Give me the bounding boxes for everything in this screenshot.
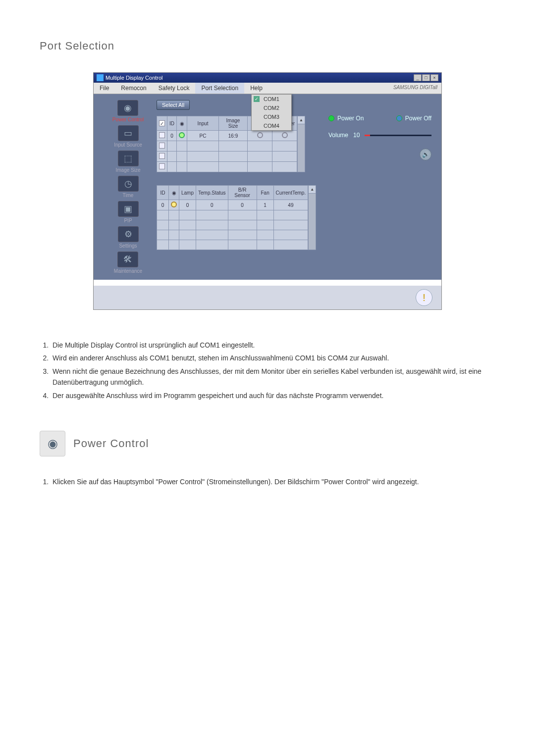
speaker-icon[interactable]: 🔊: [420, 149, 431, 160]
maximize-button[interactable]: □: [422, 74, 430, 81]
power-off-button[interactable]: Power Off: [396, 115, 431, 122]
section-title: Power Control: [73, 437, 149, 450]
window-title: Multiple Display Control: [106, 75, 163, 81]
row-checkbox[interactable]: [159, 132, 165, 138]
col-fan: Fan: [257, 186, 273, 200]
led-icon: [396, 115, 402, 121]
col-id: ID: [157, 186, 169, 200]
menu-bar: File Remocon Safety Lock Port Selection …: [94, 83, 441, 94]
status-circle-icon: [179, 132, 185, 138]
col-status: ◉: [169, 186, 179, 200]
table-row[interactable]: [157, 162, 297, 172]
col-input: Input: [187, 116, 219, 131]
port-option-com1[interactable]: ✓COM1: [252, 95, 291, 103]
table-row[interactable]: 0 0 0 0 1 49: [157, 200, 308, 210]
table-row[interactable]: [157, 210, 308, 220]
section-title: Port Selection: [40, 40, 495, 52]
minimize-button[interactable]: _: [414, 74, 422, 81]
check-icon: ✓: [254, 96, 260, 102]
port-option-com2[interactable]: COM2: [252, 103, 291, 112]
brand-label: SAMSUNG DIGITall: [389, 83, 441, 94]
sidebar-item-pip[interactable]: ▣PIP: [118, 201, 139, 223]
port-option-com3[interactable]: COM3: [252, 112, 291, 121]
table-row[interactable]: [157, 151, 297, 162]
power-control-icon: ◉: [40, 431, 65, 456]
sidebar-item-settings[interactable]: ⚙Settings: [118, 226, 139, 249]
sidebar-item-input-source[interactable]: ▭Input Source: [114, 125, 142, 148]
select-all-button[interactable]: Select All: [157, 100, 190, 110]
sensor-table: ID ◉ Lamp Temp.Status B/R Sensor Fan Cur…: [157, 185, 308, 250]
col-current-temp: CurrentTemp.: [273, 186, 308, 200]
col-image-size: Image Size: [219, 116, 248, 131]
sidebar-item-image-size[interactable]: ⬚Image Size: [115, 151, 140, 173]
warning-icon: !: [416, 289, 432, 306]
notes-list-1: Die Multiple Display Control ist ursprün…: [51, 340, 495, 401]
led-icon: [328, 115, 334, 121]
col-br-sensor: B/R Sensor: [228, 186, 257, 200]
sidebar-item-maintenance[interactable]: 🛠Maintenance: [114, 252, 142, 274]
list-item: Die Multiple Display Control ist ursprün…: [51, 340, 495, 351]
sidebar-item-power-control[interactable]: ◉Power Control: [112, 100, 144, 122]
menu-help[interactable]: Help: [244, 83, 268, 94]
col-status: ◉: [177, 116, 187, 131]
app-screenshot: Multiple Display Control _ □ × File Remo…: [93, 72, 442, 310]
volume-slider[interactable]: [365, 135, 431, 136]
menu-port-selection[interactable]: Port Selection: [195, 83, 244, 94]
table-row[interactable]: [157, 240, 308, 250]
size-icon: ⬚: [118, 151, 139, 166]
scrollbar[interactable]: ▲: [297, 116, 305, 172]
sidebar-item-time[interactable]: ◷Time: [118, 176, 139, 198]
gear-icon: ⚙: [118, 226, 139, 242]
status-circle-icon: [171, 202, 177, 207]
sidebar: ◉Power Control ▭Input Source ⬚Image Size…: [100, 100, 157, 274]
timer-circle-icon: [257, 132, 263, 138]
notes-list-2: Klicken Sie auf das Hauptsymbol "Power C…: [51, 476, 495, 487]
menu-file[interactable]: File: [94, 83, 115, 94]
table-row[interactable]: 0 PC 16:9: [157, 131, 297, 141]
close-button[interactable]: ×: [430, 74, 438, 81]
window-titlebar: Multiple Display Control _ □ ×: [94, 73, 441, 83]
timer-circle-icon: [282, 132, 288, 138]
col-check: ✓: [157, 116, 167, 131]
menu-safety-lock[interactable]: Safety Lock: [153, 83, 196, 94]
wrench-icon: 🛠: [117, 252, 138, 267]
table-row[interactable]: [157, 230, 308, 240]
input-icon: ▭: [118, 125, 139, 141]
volume-label: Volume: [328, 132, 348, 139]
list-item: Wird ein anderer Anschluss als COM1 benu…: [51, 353, 495, 363]
scrollbar[interactable]: ▲: [308, 185, 316, 250]
pip-icon: ▣: [118, 201, 139, 217]
volume-value: 10: [353, 132, 360, 139]
power-on-button[interactable]: Power On: [328, 115, 364, 122]
col-id: ID: [167, 116, 177, 131]
port-option-com4[interactable]: COM4: [252, 121, 291, 130]
table-row[interactable]: [157, 220, 308, 230]
col-temp-status: Temp.Status: [196, 186, 228, 200]
status-bar: !: [94, 286, 441, 309]
list-item: Der ausgewählte Anschluss wird im Progra…: [51, 390, 495, 401]
col-lamp: Lamp: [179, 186, 196, 200]
clock-icon: ◷: [118, 176, 139, 192]
menu-remocon[interactable]: Remocon: [115, 83, 152, 94]
list-item: Wenn nicht die genaue Bezeichnung des An…: [51, 366, 495, 388]
table-row[interactable]: [157, 141, 297, 151]
power-icon: ◉: [117, 100, 138, 116]
app-icon: [97, 74, 104, 81]
port-dropdown: ✓COM1 COM2 COM3 COM4: [251, 94, 292, 131]
list-item: Klicken Sie auf das Hauptsymbol "Power C…: [51, 476, 495, 487]
